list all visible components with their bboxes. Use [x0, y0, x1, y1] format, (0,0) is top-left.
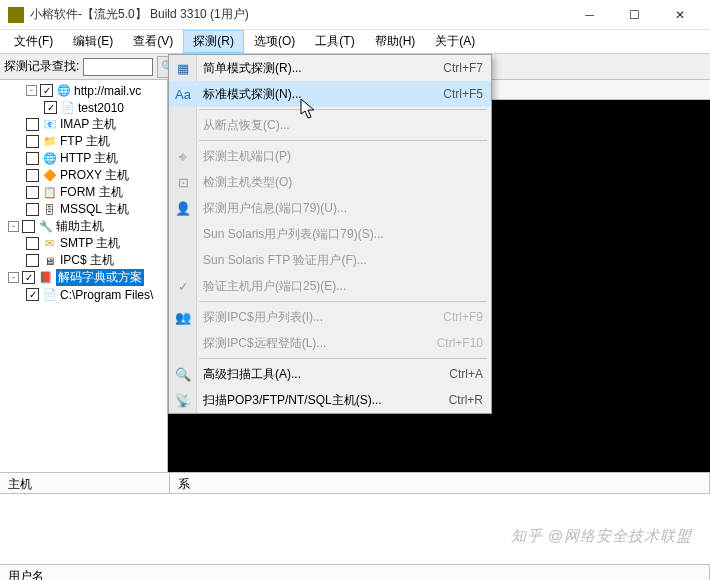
menu-item-icon	[174, 251, 192, 269]
menu-item-icon: 🔍	[174, 365, 192, 383]
tree-checkbox[interactable]	[26, 152, 39, 165]
tree-checkbox[interactable]	[26, 169, 39, 182]
menu-item-label: 检测主机类型(O)	[203, 174, 483, 191]
tree-row[interactable]: 🌐HTTP 主机	[2, 150, 167, 167]
tree-item-label: 辅助主机	[56, 218, 104, 235]
tree-checkbox[interactable]	[26, 203, 39, 216]
tree-checkbox[interactable]	[26, 288, 39, 301]
title-bar: 小榕软件-【流光5.0】 Build 3310 (1用户) ─ ☐ ✕	[0, 0, 710, 30]
menu-item-shortcut: Ctrl+R	[449, 393, 483, 407]
tree-checkbox[interactable]	[26, 186, 39, 199]
tree-item-icon: 🌐	[42, 151, 57, 166]
tree-checkbox[interactable]	[26, 254, 39, 267]
tree-checkbox[interactable]	[26, 135, 39, 148]
menu-item-shortcut: Ctrl+F10	[437, 336, 483, 350]
tree-row[interactable]: 📋FORM 主机	[2, 184, 167, 201]
menu-bar: 文件(F)编辑(E)查看(V)探测(R)选项(O)工具(T)帮助(H)关于(A)	[0, 30, 710, 54]
search-label: 探测记录查找:	[4, 58, 79, 75]
menu-item-shortcut: Ctrl+A	[449, 367, 483, 381]
tree-item-label: SMTP 主机	[60, 235, 120, 252]
grid-column-header[interactable]: 系	[170, 473, 710, 493]
menu-item-7[interactable]: 关于(A)	[425, 30, 485, 53]
menu-item-label: Sun Solaris用户列表(端口79)(S)...	[203, 226, 483, 243]
expand-toggle-icon[interactable]: -	[8, 272, 19, 283]
menu-item[interactable]: 📡扫描POP3/FTP/NT/SQL主机(S)...Ctrl+R	[169, 387, 491, 413]
tree-checkbox[interactable]	[44, 101, 57, 114]
menu-item-icon: Aa	[174, 85, 192, 103]
tree-item-label: IPC$ 主机	[60, 252, 114, 269]
tree-row[interactable]: -🔧辅助主机	[2, 218, 167, 235]
tree-item-label: IMAP 主机	[60, 116, 116, 133]
tree-row[interactable]: 📧IMAP 主机	[2, 116, 167, 133]
tree-item-label: test2010	[78, 101, 124, 115]
tree-checkbox[interactable]	[26, 118, 39, 131]
menu-item: 👤探测用户信息(端口79)(U)...	[169, 195, 491, 221]
menu-item[interactable]: ▦简单模式探测(R)...Ctrl+F7	[169, 55, 491, 81]
tree-panel[interactable]: -🌐http://mail.vc📄test2010📧IMAP 主机📁FTP 主机…	[0, 80, 168, 472]
tree-item-icon: 📧	[42, 117, 57, 132]
menu-item: Sun Solaris FTP 验证用户(F)...	[169, 247, 491, 273]
tree-row[interactable]: 🗄MSSQL 主机	[2, 201, 167, 218]
menu-separator	[199, 301, 487, 302]
menu-separator	[199, 109, 487, 110]
tree-row[interactable]: 📄C:\Program Files\	[2, 286, 167, 303]
search-input[interactable]	[83, 58, 153, 76]
tree-row[interactable]: -📕解码字典或方案	[2, 269, 167, 286]
menu-item-1[interactable]: 编辑(E)	[63, 30, 123, 53]
tree-item-icon: 🗄	[42, 202, 57, 217]
menu-item-icon: ⊡	[174, 173, 192, 191]
menu-item-5[interactable]: 工具(T)	[305, 30, 364, 53]
menu-item-3[interactable]: 探测(R)	[183, 30, 244, 53]
menu-item-label: 探测IPC$用户列表(I)...	[203, 309, 443, 326]
menu-item-4[interactable]: 选项(O)	[244, 30, 305, 53]
tree-item-icon: 🌐	[56, 83, 71, 98]
grid-column-header[interactable]: 用户名	[0, 565, 710, 580]
tree-item-icon: 📋	[42, 185, 57, 200]
tree-row[interactable]: 📄test2010	[2, 99, 167, 116]
watermark-text: 知乎 @网络安全技术联盟	[511, 527, 692, 546]
menu-item-label: 简单模式探测(R)...	[203, 60, 443, 77]
tree-row[interactable]: -🌐http://mail.vc	[2, 82, 167, 99]
tree-item-label: C:\Program Files\	[60, 288, 153, 302]
menu-item-2[interactable]: 查看(V)	[123, 30, 183, 53]
tree-checkbox[interactable]	[26, 237, 39, 250]
app-icon	[8, 7, 24, 23]
menu-item-icon: ⎆	[174, 147, 192, 165]
menu-item-icon	[174, 225, 192, 243]
grid-header-1: 主机系	[0, 472, 710, 494]
tree-row[interactable]: 🖥IPC$ 主机	[2, 252, 167, 269]
tree-item-icon: 🖥	[42, 253, 57, 268]
tree-row[interactable]: 📁FTP 主机	[2, 133, 167, 150]
grid-column-header[interactable]: 主机	[0, 473, 170, 493]
menu-item-icon: 👥	[174, 308, 192, 326]
menu-item[interactable]: 🔍高级扫描工具(A)...Ctrl+A	[169, 361, 491, 387]
tree-item-label: http://mail.vc	[74, 84, 141, 98]
menu-item-label: 高级扫描工具(A)...	[203, 366, 449, 383]
tree-checkbox[interactable]	[22, 220, 35, 233]
tree-item-icon: 🔧	[38, 219, 53, 234]
menu-item: 👥探测IPC$用户列表(I)...Ctrl+F9	[169, 304, 491, 330]
tree-row[interactable]: 🔶PROXY 主机	[2, 167, 167, 184]
menu-item-label: 标准模式探测(N)...	[203, 86, 443, 103]
menu-item-shortcut: Ctrl+F5	[443, 87, 483, 101]
maximize-button[interactable]: ☐	[612, 0, 657, 30]
menu-item: 探测IPC$远程登陆(L)...Ctrl+F10	[169, 330, 491, 356]
menu-item: ⎆探测主机端口(P)	[169, 143, 491, 169]
tree-row[interactable]: ✉SMTP 主机	[2, 235, 167, 252]
grid-header-2: 用户名	[0, 564, 710, 580]
menu-item-icon	[174, 334, 192, 352]
tree-checkbox[interactable]	[22, 271, 35, 284]
tree-item-label: FORM 主机	[60, 184, 123, 201]
tree-checkbox[interactable]	[40, 84, 53, 97]
menu-item-label: 探测用户信息(端口79)(U)...	[203, 200, 483, 217]
menu-item: ⊡检测主机类型(O)	[169, 169, 491, 195]
expand-toggle-icon[interactable]: -	[8, 221, 19, 232]
menu-item[interactable]: Aa标准模式探测(N)...Ctrl+F5	[169, 81, 491, 107]
close-button[interactable]: ✕	[657, 0, 702, 30]
tree-item-icon: 📕	[38, 270, 53, 285]
minimize-button[interactable]: ─	[567, 0, 612, 30]
menu-item-0[interactable]: 文件(F)	[4, 30, 63, 53]
tree-item-label: MSSQL 主机	[60, 201, 129, 218]
expand-toggle-icon[interactable]: -	[26, 85, 37, 96]
menu-item-6[interactable]: 帮助(H)	[365, 30, 426, 53]
